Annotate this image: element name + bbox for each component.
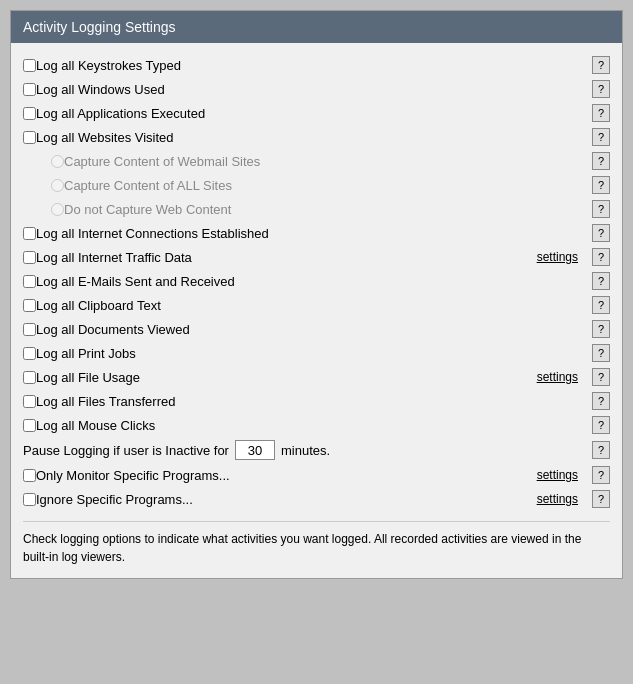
pause-suffix-label: minutes. xyxy=(281,443,330,458)
ignore-checkbox[interactable] xyxy=(23,493,36,506)
fileusage-checkbox[interactable] xyxy=(23,371,36,384)
websites-help-button[interactable]: ? xyxy=(592,128,610,146)
rows-container: Log all Keystrokes Typed?Log all Windows… xyxy=(23,53,610,437)
row-webmail: Capture Content of Webmail Sites? xyxy=(23,149,610,173)
panel-header: Activity Logging Settings xyxy=(11,11,622,43)
allsites-help-button[interactable]: ? xyxy=(592,176,610,194)
pause-row: Pause Logging if user is Inactive for mi… xyxy=(23,437,610,463)
documents-label: Log all Documents Viewed xyxy=(36,322,190,337)
row-print: Log all Print Jobs? xyxy=(23,341,610,365)
traffic-checkbox[interactable] xyxy=(23,251,36,264)
traffic-help-button[interactable]: ? xyxy=(592,248,610,266)
webmail-label: Capture Content of Webmail Sites xyxy=(64,154,260,169)
fileusage-help-button[interactable]: ? xyxy=(592,368,610,386)
print-checkbox[interactable] xyxy=(23,347,36,360)
activity-logging-panel: Activity Logging Settings Log all Keystr… xyxy=(10,10,623,579)
row-keystrokes: Log all Keystrokes Typed? xyxy=(23,53,610,77)
row-monitor: Only Monitor Specific Programs...setting… xyxy=(23,463,610,487)
monitor-label: Only Monitor Specific Programs... xyxy=(36,468,230,483)
monitor-help-button[interactable]: ? xyxy=(592,466,610,484)
row-filetransfer: Log all Files Transferred? xyxy=(23,389,610,413)
mouseclicks-help-button[interactable]: ? xyxy=(592,416,610,434)
fileusage-label: Log all File Usage xyxy=(36,370,140,385)
row-allsites: Capture Content of ALL Sites? xyxy=(23,173,610,197)
allsites-label: Capture Content of ALL Sites xyxy=(64,178,232,193)
webmail-radio xyxy=(51,155,64,168)
pause-prefix-label: Pause Logging if user is Inactive for xyxy=(23,443,229,458)
ignore-help-button[interactable]: ? xyxy=(592,490,610,508)
clipboard-label: Log all Clipboard Text xyxy=(36,298,161,313)
row-noweb: Do not Capture Web Content? xyxy=(23,197,610,221)
filetransfer-checkbox[interactable] xyxy=(23,395,36,408)
noweb-help-button[interactable]: ? xyxy=(592,200,610,218)
mouseclicks-label: Log all Mouse Clicks xyxy=(36,418,155,433)
row-mouseclicks: Log all Mouse Clicks? xyxy=(23,413,610,437)
windows-label: Log all Windows Used xyxy=(36,82,165,97)
applications-checkbox[interactable] xyxy=(23,107,36,120)
print-label: Log all Print Jobs xyxy=(36,346,136,361)
filetransfer-help-button[interactable]: ? xyxy=(592,392,610,410)
extra-rows-container: Only Monitor Specific Programs...setting… xyxy=(23,463,610,511)
panel-body: Log all Keystrokes Typed?Log all Windows… xyxy=(11,43,622,578)
pause-minutes-input[interactable] xyxy=(235,440,275,460)
connections-help-button[interactable]: ? xyxy=(592,224,610,242)
emails-help-button[interactable]: ? xyxy=(592,272,610,290)
applications-help-button[interactable]: ? xyxy=(592,104,610,122)
connections-checkbox[interactable] xyxy=(23,227,36,240)
keystrokes-checkbox[interactable] xyxy=(23,59,36,72)
websites-label: Log all Websites Visited xyxy=(36,130,174,145)
documents-checkbox[interactable] xyxy=(23,323,36,336)
traffic-label: Log all Internet Traffic Data xyxy=(36,250,192,265)
webmail-help-button[interactable]: ? xyxy=(592,152,610,170)
monitor-settings-link[interactable]: settings xyxy=(537,468,578,482)
applications-label: Log all Applications Executed xyxy=(36,106,205,121)
pause-help-button[interactable]: ? xyxy=(592,441,610,459)
clipboard-checkbox[interactable] xyxy=(23,299,36,312)
mouseclicks-checkbox[interactable] xyxy=(23,419,36,432)
traffic-settings-link[interactable]: settings xyxy=(537,250,578,264)
row-traffic: Log all Internet Traffic Datasettings? xyxy=(23,245,610,269)
row-connections: Log all Internet Connections Established… xyxy=(23,221,610,245)
monitor-checkbox[interactable] xyxy=(23,469,36,482)
documents-help-button[interactable]: ? xyxy=(592,320,610,338)
row-clipboard: Log all Clipboard Text? xyxy=(23,293,610,317)
keystrokes-label: Log all Keystrokes Typed xyxy=(36,58,181,73)
allsites-radio xyxy=(51,179,64,192)
clipboard-help-button[interactable]: ? xyxy=(592,296,610,314)
ignore-label: Ignore Specific Programs... xyxy=(36,492,193,507)
connections-label: Log all Internet Connections Established xyxy=(36,226,269,241)
row-ignore: Ignore Specific Programs...settings? xyxy=(23,487,610,511)
keystrokes-help-button[interactable]: ? xyxy=(592,56,610,74)
windows-help-button[interactable]: ? xyxy=(592,80,610,98)
row-documents: Log all Documents Viewed? xyxy=(23,317,610,341)
panel-title: Activity Logging Settings xyxy=(23,19,176,35)
print-help-button[interactable]: ? xyxy=(592,344,610,362)
fileusage-settings-link[interactable]: settings xyxy=(537,370,578,384)
windows-checkbox[interactable] xyxy=(23,83,36,96)
noweb-label: Do not Capture Web Content xyxy=(64,202,231,217)
row-websites: Log all Websites Visited? xyxy=(23,125,610,149)
emails-checkbox[interactable] xyxy=(23,275,36,288)
websites-checkbox[interactable] xyxy=(23,131,36,144)
footer-text: Check logging options to indicate what a… xyxy=(23,521,610,566)
filetransfer-label: Log all Files Transferred xyxy=(36,394,175,409)
row-applications: Log all Applications Executed? xyxy=(23,101,610,125)
row-windows: Log all Windows Used? xyxy=(23,77,610,101)
row-emails: Log all E-Mails Sent and Received? xyxy=(23,269,610,293)
ignore-settings-link[interactable]: settings xyxy=(537,492,578,506)
emails-label: Log all E-Mails Sent and Received xyxy=(36,274,235,289)
row-fileusage: Log all File Usagesettings? xyxy=(23,365,610,389)
noweb-radio xyxy=(51,203,64,216)
